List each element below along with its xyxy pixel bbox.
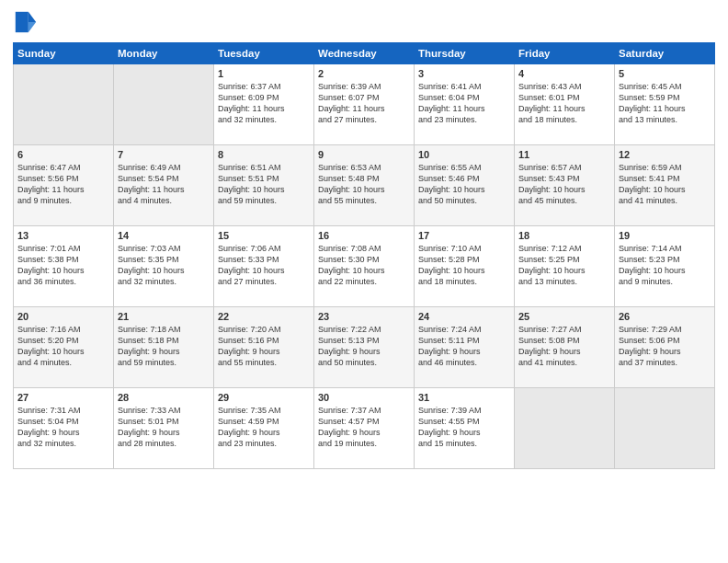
day-content: Sunrise: 7:35 AM Sunset: 4:59 PM Dayligh… (218, 405, 310, 450)
day-number: 29 (218, 392, 310, 403)
day-cell: 15Sunrise: 7:06 AM Sunset: 5:33 PM Dayli… (214, 226, 314, 307)
header-cell-thursday: Thursday (415, 43, 515, 64)
day-content: Sunrise: 6:51 AM Sunset: 5:51 PM Dayligh… (218, 162, 310, 207)
day-cell: 14Sunrise: 7:03 AM Sunset: 5:35 PM Dayli… (114, 226, 214, 307)
day-content: Sunrise: 7:27 AM Sunset: 5:08 PM Dayligh… (518, 324, 610, 369)
day-cell: 3Sunrise: 6:41 AM Sunset: 6:04 PM Daylig… (415, 64, 515, 145)
svg-marker-0 (28, 12, 36, 22)
day-content: Sunrise: 6:37 AM Sunset: 6:09 PM Dayligh… (218, 81, 310, 126)
logo (13, 9, 42, 35)
day-content: Sunrise: 6:59 AM Sunset: 5:41 PM Dayligh… (619, 162, 711, 207)
day-number: 26 (619, 311, 711, 322)
day-cell: 17Sunrise: 7:10 AM Sunset: 5:28 PM Dayli… (415, 226, 515, 307)
header (13, 9, 715, 35)
day-cell: 8Sunrise: 6:51 AM Sunset: 5:51 PM Daylig… (214, 145, 314, 226)
day-content: Sunrise: 7:33 AM Sunset: 5:01 PM Dayligh… (118, 405, 210, 450)
day-number: 6 (17, 149, 109, 160)
day-cell: 9Sunrise: 6:53 AM Sunset: 5:48 PM Daylig… (314, 145, 415, 226)
day-cell (515, 388, 615, 469)
svg-marker-1 (28, 22, 36, 32)
page: SundayMondayTuesdayWednesdayThursdayFrid… (0, 0, 728, 563)
day-cell: 25Sunrise: 7:27 AM Sunset: 5:08 PM Dayli… (515, 307, 615, 388)
week-row-1: 1Sunrise: 6:37 AM Sunset: 6:09 PM Daylig… (14, 64, 715, 145)
day-number: 7 (118, 149, 210, 160)
week-row-2: 6Sunrise: 6:47 AM Sunset: 5:56 PM Daylig… (14, 145, 715, 226)
day-cell: 11Sunrise: 6:57 AM Sunset: 5:43 PM Dayli… (515, 145, 615, 226)
day-content: Sunrise: 6:41 AM Sunset: 6:04 PM Dayligh… (418, 81, 510, 126)
day-cell: 20Sunrise: 7:16 AM Sunset: 5:20 PM Dayli… (14, 307, 114, 388)
day-cell: 4Sunrise: 6:43 AM Sunset: 6:01 PM Daylig… (515, 64, 615, 145)
day-content: Sunrise: 7:29 AM Sunset: 5:06 PM Dayligh… (619, 324, 711, 369)
day-cell: 1Sunrise: 6:37 AM Sunset: 6:09 PM Daylig… (214, 64, 314, 145)
day-number: 20 (17, 311, 109, 322)
header-cell-saturday: Saturday (615, 43, 715, 64)
day-number: 24 (418, 311, 510, 322)
day-content: Sunrise: 7:03 AM Sunset: 5:35 PM Dayligh… (118, 243, 210, 288)
day-number: 10 (418, 149, 510, 160)
day-content: Sunrise: 7:06 AM Sunset: 5:33 PM Dayligh… (218, 243, 310, 288)
day-cell: 22Sunrise: 7:20 AM Sunset: 5:16 PM Dayli… (214, 307, 314, 388)
header-cell-monday: Monday (114, 43, 214, 64)
day-content: Sunrise: 6:57 AM Sunset: 5:43 PM Dayligh… (518, 162, 610, 207)
day-number: 5 (619, 68, 711, 79)
day-number: 19 (619, 230, 711, 241)
day-cell (615, 388, 715, 469)
day-number: 14 (118, 230, 210, 241)
svg-rect-2 (16, 12, 28, 32)
day-number: 31 (418, 392, 510, 403)
week-row-4: 20Sunrise: 7:16 AM Sunset: 5:20 PM Dayli… (14, 307, 715, 388)
day-content: Sunrise: 7:08 AM Sunset: 5:30 PM Dayligh… (318, 243, 410, 288)
day-number: 30 (318, 392, 410, 403)
day-cell: 13Sunrise: 7:01 AM Sunset: 5:38 PM Dayli… (14, 226, 114, 307)
day-cell: 16Sunrise: 7:08 AM Sunset: 5:30 PM Dayli… (314, 226, 415, 307)
day-number: 2 (318, 68, 410, 79)
day-cell: 28Sunrise: 7:33 AM Sunset: 5:01 PM Dayli… (114, 388, 214, 469)
day-number: 23 (318, 311, 410, 322)
day-number: 27 (17, 392, 109, 403)
day-content: Sunrise: 7:22 AM Sunset: 5:13 PM Dayligh… (318, 324, 410, 369)
day-content: Sunrise: 6:43 AM Sunset: 6:01 PM Dayligh… (518, 81, 610, 126)
day-number: 25 (518, 311, 610, 322)
day-content: Sunrise: 7:31 AM Sunset: 5:04 PM Dayligh… (17, 405, 109, 450)
day-number: 9 (318, 149, 410, 160)
week-row-5: 27Sunrise: 7:31 AM Sunset: 5:04 PM Dayli… (14, 388, 715, 469)
day-number: 12 (619, 149, 711, 160)
day-number: 28 (118, 392, 210, 403)
logo-icon (13, 9, 39, 35)
day-number: 21 (118, 311, 210, 322)
day-content: Sunrise: 7:18 AM Sunset: 5:18 PM Dayligh… (118, 324, 210, 369)
day-cell: 27Sunrise: 7:31 AM Sunset: 5:04 PM Dayli… (14, 388, 114, 469)
day-content: Sunrise: 7:14 AM Sunset: 5:23 PM Dayligh… (619, 243, 711, 288)
day-number: 3 (418, 68, 510, 79)
day-content: Sunrise: 7:16 AM Sunset: 5:20 PM Dayligh… (17, 324, 109, 369)
day-cell: 24Sunrise: 7:24 AM Sunset: 5:11 PM Dayli… (415, 307, 515, 388)
day-cell: 26Sunrise: 7:29 AM Sunset: 5:06 PM Dayli… (615, 307, 715, 388)
day-cell (114, 64, 214, 145)
day-content: Sunrise: 6:55 AM Sunset: 5:46 PM Dayligh… (418, 162, 510, 207)
header-row: SundayMondayTuesdayWednesdayThursdayFrid… (14, 43, 715, 64)
day-cell: 6Sunrise: 6:47 AM Sunset: 5:56 PM Daylig… (14, 145, 114, 226)
day-number: 4 (518, 68, 610, 79)
day-content: Sunrise: 6:47 AM Sunset: 5:56 PM Dayligh… (17, 162, 109, 207)
day-number: 1 (218, 68, 310, 79)
day-number: 17 (418, 230, 510, 241)
header-cell-tuesday: Tuesday (214, 43, 314, 64)
day-cell (14, 64, 114, 145)
day-cell: 23Sunrise: 7:22 AM Sunset: 5:13 PM Dayli… (314, 307, 415, 388)
day-cell: 19Sunrise: 7:14 AM Sunset: 5:23 PM Dayli… (615, 226, 715, 307)
day-cell: 29Sunrise: 7:35 AM Sunset: 4:59 PM Dayli… (214, 388, 314, 469)
day-content: Sunrise: 6:53 AM Sunset: 5:48 PM Dayligh… (318, 162, 410, 207)
day-content: Sunrise: 6:45 AM Sunset: 5:59 PM Dayligh… (619, 81, 711, 126)
day-number: 16 (318, 230, 410, 241)
day-cell: 10Sunrise: 6:55 AM Sunset: 5:46 PM Dayli… (415, 145, 515, 226)
day-content: Sunrise: 6:49 AM Sunset: 5:54 PM Dayligh… (118, 162, 210, 207)
day-content: Sunrise: 7:24 AM Sunset: 5:11 PM Dayligh… (418, 324, 510, 369)
day-content: Sunrise: 7:20 AM Sunset: 5:16 PM Dayligh… (218, 324, 310, 369)
calendar-table: SundayMondayTuesdayWednesdayThursdayFrid… (13, 42, 715, 469)
day-number: 22 (218, 311, 310, 322)
header-cell-wednesday: Wednesday (314, 43, 415, 64)
day-content: Sunrise: 7:01 AM Sunset: 5:38 PM Dayligh… (17, 243, 109, 288)
day-number: 15 (218, 230, 310, 241)
day-cell: 30Sunrise: 7:37 AM Sunset: 4:57 PM Dayli… (314, 388, 415, 469)
day-cell: 18Sunrise: 7:12 AM Sunset: 5:25 PM Dayli… (515, 226, 615, 307)
